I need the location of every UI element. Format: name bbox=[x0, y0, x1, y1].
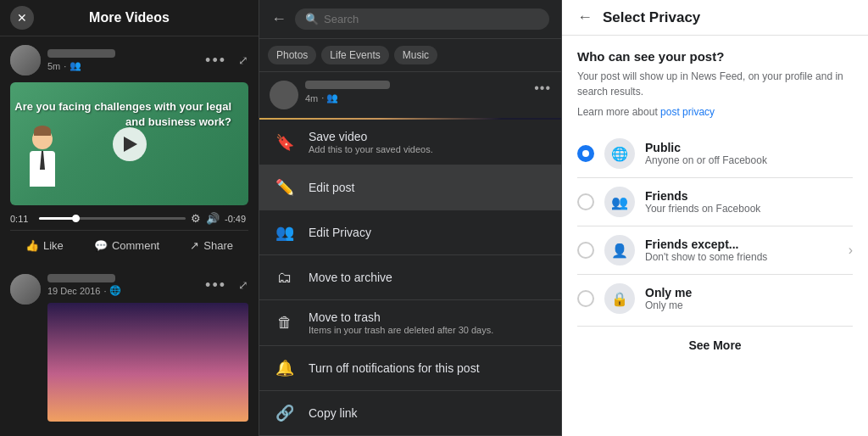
char-body bbox=[30, 151, 55, 187]
progress-dot bbox=[72, 215, 80, 222]
middle-panel: ← 🔍 Photos Life Events Music 4m · 👥 ••• … bbox=[259, 0, 562, 436]
char-head bbox=[32, 129, 53, 149]
avatar bbox=[10, 45, 41, 75]
privacy-text-only-me: Only me Only me bbox=[645, 286, 853, 311]
section-desc: Your post will show up in News Feed, on … bbox=[577, 69, 853, 99]
comment-icon: 💬 bbox=[94, 239, 108, 252]
settings-icon[interactable]: ⚙ bbox=[191, 212, 201, 225]
left-panel-title: More Videos bbox=[89, 10, 170, 25]
meta-name-bar bbox=[47, 49, 115, 58]
right-header: ← Select Privacy bbox=[562, 0, 868, 36]
share-label: Share bbox=[203, 239, 233, 252]
see-more-button[interactable]: See More bbox=[577, 326, 853, 355]
right-panel-title: Select Privacy bbox=[603, 9, 700, 26]
comment-button[interactable]: 💬 Comment bbox=[87, 236, 166, 255]
share-button[interactable]: ↗ Share bbox=[183, 236, 240, 255]
menu-list: 🔖 Save video Add this to your saved vide… bbox=[259, 120, 561, 436]
privacy-option-friends[interactable]: 👥 Friends Your friends on Facebook bbox=[577, 178, 853, 226]
public-icon: 🌐 bbox=[604, 138, 635, 169]
menu-text-trash: Move to trash Items in your trash are de… bbox=[309, 310, 493, 335]
privacy-option-only-me[interactable]: 🔒 Only me Only me bbox=[577, 275, 853, 322]
post-image: We at... can help you with • Company & A… bbox=[259, 118, 561, 120]
video2-meta: 19 Dec 2016 · 🌐 ••• ⤢ bbox=[47, 274, 248, 296]
link-icon: 🔗 bbox=[273, 401, 297, 425]
current-time: 0:11 bbox=[10, 214, 34, 224]
bookmark-icon: 🔖 bbox=[273, 131, 297, 154]
menu-copy-link[interactable]: 🔗 Copy link bbox=[259, 391, 561, 436]
radio-public bbox=[577, 145, 594, 162]
privacy-option-public[interactable]: 🌐 Public Anyone on or off Facebook bbox=[577, 130, 853, 178]
play-icon bbox=[124, 137, 137, 152]
post-meta: 4m · 👥 bbox=[305, 81, 527, 103]
close-button[interactable]: ✕ bbox=[10, 6, 34, 30]
more-options-button[interactable]: ••• bbox=[205, 52, 226, 70]
play-button[interactable] bbox=[113, 127, 147, 161]
meta-name-bar-2 bbox=[47, 274, 115, 282]
search-box[interactable]: 🔍 bbox=[295, 8, 549, 30]
menu-text-edit: Edit post bbox=[309, 181, 354, 194]
video-thumbnail-2[interactable] bbox=[47, 303, 248, 422]
comment-label: Comment bbox=[112, 239, 159, 252]
video1-meta: 5m · 👥 ••• ⤢ bbox=[10, 45, 248, 75]
menu-edit-privacy[interactable]: 👥 Edit Privacy bbox=[259, 210, 561, 255]
right-back-button[interactable]: ← bbox=[577, 8, 593, 26]
pencil-icon: ✏️ bbox=[273, 176, 297, 199]
menu-edit-post[interactable]: ✏️ Edit post bbox=[259, 165, 561, 210]
expand-button[interactable]: ⤢ bbox=[238, 53, 248, 67]
post-privacy-link[interactable]: post privacy bbox=[660, 106, 715, 118]
menu-save-video[interactable]: 🔖 Save video Add this to your saved vide… bbox=[259, 120, 561, 165]
avatar-2 bbox=[10, 274, 41, 305]
meta-time: 5m · 👥 bbox=[47, 60, 115, 71]
menu-move-trash[interactable]: 🗑 Move to trash Items in your trash are … bbox=[259, 300, 561, 346]
more-options-button-2[interactable]: ••• bbox=[205, 277, 226, 294]
nav-music[interactable]: Music bbox=[394, 46, 437, 64]
privacy-options: 🌐 Public Anyone on or off Facebook 👥 Fri… bbox=[577, 130, 853, 322]
menu-turn-off-notifications[interactable]: 🔔 Turn off notifications for this post bbox=[259, 346, 561, 391]
menu-text-notifications: Turn off notifications for this post bbox=[309, 361, 480, 375]
total-time: -0:49 bbox=[225, 214, 248, 224]
menu-text-copy-link: Copy link bbox=[309, 406, 358, 420]
privacy-icon: 👥 bbox=[273, 221, 297, 244]
mini-nav: Photos Life Events Music bbox=[259, 39, 561, 72]
middle-header: ← 🔍 bbox=[259, 0, 561, 39]
nav-photos[interactable]: Photos bbox=[268, 46, 316, 64]
privacy-option-friends-except[interactable]: 👤 Friends except... Don't show to some f… bbox=[577, 226, 853, 275]
right-panel: ← Select Privacy Who can see your post? … bbox=[562, 0, 868, 436]
menu-text-archive: Move to archive bbox=[309, 271, 392, 284]
search-icon: 🔍 bbox=[305, 13, 319, 25]
video-thumb-text: Are you facing challenges with your lega… bbox=[10, 99, 231, 130]
left-panel: ✕ More Videos 5m · 👥 ••• ⤢ bbox=[0, 0, 259, 436]
progress-bar[interactable] bbox=[39, 217, 186, 220]
video-item-1: 5m · 👥 ••• ⤢ Are you f bbox=[0, 36, 259, 266]
volume-icon[interactable]: 🔊 bbox=[206, 212, 220, 225]
like-label: Like bbox=[43, 239, 64, 252]
left-header: ✕ More Videos bbox=[0, 0, 259, 36]
nav-life-events[interactable]: Life Events bbox=[321, 46, 388, 64]
post-more-button[interactable]: ••• bbox=[534, 81, 551, 96]
right-content: Who can see your post? Your post will sh… bbox=[562, 36, 868, 436]
menu-move-archive[interactable]: 🗂 Move to archive bbox=[259, 255, 561, 300]
expand-button-2[interactable]: ⤢ bbox=[238, 278, 248, 292]
video-progress: 0:11 ⚙ 🔊 -0:49 bbox=[10, 212, 248, 225]
like-icon: 👍 bbox=[25, 239, 39, 252]
chevron-right-icon: › bbox=[849, 243, 853, 258]
share-icon: ↗ bbox=[190, 239, 199, 252]
meta-text-2: 19 Dec 2016 · 🌐 bbox=[47, 274, 121, 296]
character-figure bbox=[22, 129, 63, 205]
middle-back-button[interactable]: ← bbox=[271, 10, 287, 28]
radio-only-me bbox=[577, 290, 594, 307]
radio-friends bbox=[577, 193, 594, 210]
search-input[interactable] bbox=[324, 13, 539, 25]
like-button[interactable]: 👍 Like bbox=[19, 236, 70, 255]
post-name-bar bbox=[305, 81, 390, 89]
section-title: Who can see your post? bbox=[577, 49, 853, 64]
post-time-row: 4m · 👥 bbox=[305, 92, 527, 103]
video-item-2: 19 Dec 2016 · 🌐 ••• ⤢ bbox=[0, 266, 259, 430]
video2-meta-left: 19 Dec 2016 · 🌐 bbox=[47, 274, 121, 296]
privacy-text-public: Public Anyone on or off Facebook bbox=[645, 141, 853, 166]
video-thumbnail[interactable]: Are you facing challenges with your lega… bbox=[10, 82, 248, 205]
meta-text: 5m · 👥 bbox=[47, 49, 115, 71]
friends-icon: 👥 bbox=[604, 187, 635, 217]
video-actions: 👍 Like 💬 Comment ↗ Share bbox=[10, 230, 248, 259]
friends-except-icon: 👤 bbox=[604, 235, 635, 266]
